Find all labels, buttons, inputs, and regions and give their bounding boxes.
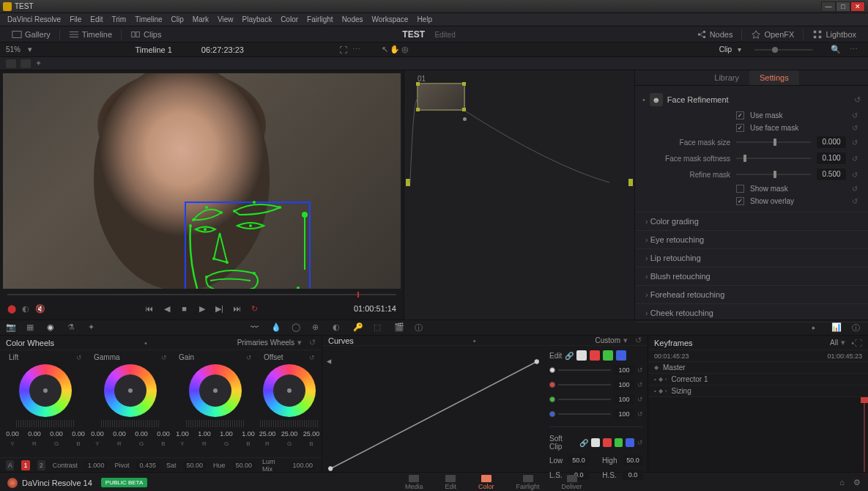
mute-icon[interactable]: 🔇 bbox=[35, 304, 45, 314]
sc-g[interactable] bbox=[615, 438, 623, 447]
node-graph[interactable]: 01 bbox=[404, 70, 635, 320]
wheel-value[interactable]: 0.00 bbox=[154, 430, 173, 438]
expand-icon[interactable]: ⛶ bbox=[854, 339, 862, 347]
channel-r[interactable] bbox=[590, 350, 600, 361]
zoom-level[interactable]: 51% bbox=[6, 45, 21, 53]
curves-graph[interactable] bbox=[327, 350, 541, 480]
motion-effects-icon[interactable]: ✦ bbox=[88, 322, 98, 333]
tab-library[interactable]: Library bbox=[704, 70, 749, 85]
menu-davinci[interactable]: DaVinci Resolve bbox=[3, 15, 65, 23]
face-mask-size-slider[interactable] bbox=[736, 141, 811, 143]
home-icon[interactable]: ⌂ bbox=[839, 478, 845, 487]
track-master[interactable]: ◆Master bbox=[648, 362, 868, 374]
wheel-value[interactable]: 1.00 bbox=[217, 430, 236, 438]
menu-view[interactable]: View bbox=[213, 15, 238, 23]
waveform-icon[interactable]: 📊 bbox=[831, 322, 842, 333]
wheel-value[interactable]: 0.00 bbox=[3, 430, 22, 438]
wheel-value[interactable]: 1.00 bbox=[195, 430, 214, 438]
stop-button[interactable]: ■ bbox=[179, 303, 190, 314]
section-color-grading[interactable]: Color grading bbox=[635, 213, 868, 231]
grab-icon[interactable]: ✋ bbox=[390, 45, 400, 55]
wheel-value[interactable]: 25.00 bbox=[280, 430, 299, 438]
highlight-icon[interactable]: ✦ bbox=[35, 59, 42, 68]
timeline-toggle[interactable]: Timeline bbox=[63, 29, 118, 40]
color-wheel-offset[interactable] bbox=[263, 364, 316, 417]
graph-output[interactable] bbox=[628, 179, 633, 186]
openfx-toggle[interactable]: OpenFX bbox=[745, 29, 800, 40]
sizing-icon[interactable]: ⬚ bbox=[374, 322, 384, 333]
show-overlay-checkbox[interactable] bbox=[736, 197, 744, 205]
qualifier-icon[interactable]: 💧 bbox=[271, 322, 281, 333]
viewer-scrubber[interactable] bbox=[0, 292, 404, 298]
jog-wheel[interactable] bbox=[186, 420, 245, 427]
graph-input[interactable] bbox=[406, 179, 410, 186]
reset-icon[interactable]: ↺ bbox=[635, 336, 642, 345]
node-output-dot[interactable] bbox=[463, 117, 467, 121]
page-deliver[interactable]: Deliver bbox=[562, 475, 582, 490]
wheel-value[interactable]: 0.00 bbox=[25, 430, 44, 438]
section-cheek-retouching[interactable]: Cheek retouching bbox=[635, 304, 868, 322]
refine-mask-value[interactable]: 0.500 bbox=[817, 169, 846, 180]
sc-b[interactable] bbox=[626, 438, 634, 447]
menu-playback[interactable]: Playback bbox=[238, 15, 277, 23]
menu-workspace[interactable]: Workspace bbox=[368, 15, 413, 23]
viewer-canvas[interactable] bbox=[3, 73, 401, 289]
minimize-button[interactable]: — bbox=[821, 1, 836, 12]
reset-icon[interactable]: ↺ bbox=[309, 338, 316, 347]
jog-wheel[interactable] bbox=[16, 420, 75, 427]
wheel-value[interactable]: 0.00 bbox=[132, 430, 151, 438]
node-options-icon[interactable]: ⋯ bbox=[845, 45, 862, 54]
prev-frame-button[interactable]: ◀ bbox=[161, 303, 173, 314]
wheel-value[interactable]: 25.00 bbox=[258, 430, 277, 438]
keyframes-filter[interactable]: All bbox=[830, 339, 838, 347]
bypass-icon[interactable]: ⬤ bbox=[7, 304, 16, 314]
expand-icon[interactable]: ⛶ bbox=[338, 45, 348, 55]
wheels-mode-dropdown[interactable]: Primaries Wheels bbox=[237, 339, 294, 347]
face-mask-size-value[interactable]: 0.000 bbox=[817, 136, 846, 148]
window-icon[interactable]: ◯ bbox=[292, 322, 302, 333]
gallery-toggle[interactable]: Gallery bbox=[6, 29, 56, 40]
curves-mode-dropdown[interactable]: Custom bbox=[596, 336, 620, 344]
nodes-toggle[interactable]: Nodes bbox=[691, 29, 739, 40]
page-2-button[interactable]: 2 bbox=[37, 460, 45, 470]
target-icon[interactable]: ◎ bbox=[400, 45, 410, 55]
blur-icon[interactable]: ◐ bbox=[333, 322, 343, 333]
node-zoom-slider[interactable] bbox=[754, 49, 813, 51]
menu-timeline[interactable]: Timeline bbox=[130, 15, 166, 23]
use-face-mask-checkbox[interactable] bbox=[736, 124, 744, 132]
section-eye-retouching[interactable]: Eye retouching bbox=[635, 231, 868, 249]
settings-icon[interactable]: ⚙ bbox=[853, 478, 861, 487]
3d-icon[interactable]: 🎬 bbox=[394, 322, 404, 333]
timeline-name[interactable]: Timeline 1 bbox=[135, 45, 171, 54]
menu-file[interactable]: File bbox=[65, 15, 86, 23]
viewer-options-icon[interactable]: ⋯ bbox=[348, 45, 365, 54]
camera-raw-icon[interactable]: 📷 bbox=[6, 322, 16, 333]
wheel-value[interactable]: 1.00 bbox=[173, 430, 192, 438]
menu-trim[interactable]: Trim bbox=[108, 15, 131, 23]
next-frame-button[interactable]: ▶| bbox=[214, 303, 226, 314]
chevron-down-icon[interactable]: ▾ bbox=[25, 45, 35, 55]
cursor-icon[interactable]: ↖ bbox=[379, 45, 390, 55]
unmix-icon[interactable]: ◐ bbox=[22, 304, 29, 314]
color-match-icon[interactable]: ▦ bbox=[26, 322, 37, 333]
reset-icon[interactable]: ↺ bbox=[309, 354, 315, 361]
channel-y[interactable] bbox=[576, 350, 587, 361]
clip-label[interactable]: Clip bbox=[719, 45, 732, 53]
sc-y[interactable] bbox=[591, 438, 600, 447]
tracker-icon[interactable]: ⊕ bbox=[312, 322, 322, 333]
color-wheel-gain[interactable] bbox=[189, 364, 242, 417]
section-lip-retouching[interactable]: Lip retouching bbox=[635, 249, 868, 267]
page-1-button[interactable]: 1 bbox=[21, 460, 29, 470]
menu-help[interactable]: Help bbox=[412, 15, 437, 23]
search-icon[interactable]: 🔍 bbox=[831, 45, 841, 55]
split-icon[interactable] bbox=[21, 59, 31, 68]
page-a-button[interactable]: A bbox=[6, 460, 14, 470]
section-blush-retouching[interactable]: Blush retouching bbox=[635, 267, 868, 286]
reset-icon[interactable]: ↺ bbox=[161, 354, 167, 361]
wheel-value[interactable]: 0.00 bbox=[47, 430, 66, 438]
maximize-button[interactable]: □ bbox=[836, 1, 850, 12]
menu-color[interactable]: Color bbox=[276, 15, 303, 23]
jog-wheel[interactable] bbox=[260, 420, 319, 427]
wheel-value[interactable]: 0.00 bbox=[88, 430, 107, 438]
wipe-icon[interactable] bbox=[6, 59, 16, 68]
